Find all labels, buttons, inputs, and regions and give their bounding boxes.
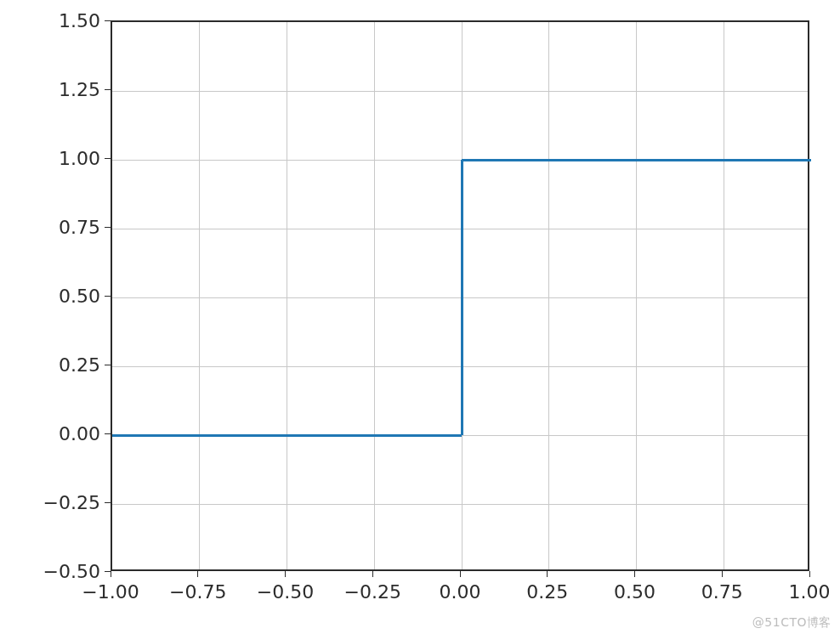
gridline-horizontal <box>112 91 808 92</box>
x-tick-label: 1.00 <box>789 581 831 603</box>
gridline-vertical <box>724 22 724 569</box>
x-tick <box>722 571 723 577</box>
x-tick <box>285 571 286 577</box>
x-tick-label: −0.75 <box>169 581 226 603</box>
y-tick-label: 1.50 <box>59 10 100 31</box>
chart-line-segment <box>461 160 463 435</box>
chart-line-segment <box>112 434 462 437</box>
x-tick <box>547 571 548 577</box>
gridline-vertical <box>636 22 637 569</box>
plot-area <box>111 20 809 571</box>
gridline-vertical <box>199 22 200 569</box>
y-tick-label: −0.50 <box>43 561 100 582</box>
chart-line-segment <box>462 159 811 161</box>
x-tick-label: 0.50 <box>614 581 656 603</box>
y-tick <box>105 227 111 228</box>
y-tick <box>105 158 111 159</box>
gridline-vertical <box>548 22 549 569</box>
gridline-vertical <box>287 22 287 569</box>
y-tick-label: −0.25 <box>43 492 100 513</box>
x-tick <box>460 571 461 577</box>
x-tick <box>809 571 810 577</box>
y-tick-label: 0.25 <box>59 354 100 376</box>
x-tick-label: −0.25 <box>344 581 401 603</box>
x-tick <box>197 571 198 577</box>
watermark-text: @51CTO博客 <box>752 615 831 631</box>
y-tick <box>105 571 111 572</box>
x-tick <box>111 571 111 577</box>
x-tick <box>372 571 373 577</box>
y-tick <box>105 296 111 297</box>
x-tick <box>634 571 635 577</box>
y-tick <box>105 365 111 365</box>
gridline-vertical <box>374 22 375 569</box>
y-tick <box>105 20 111 21</box>
y-tick-label: 1.00 <box>59 148 100 169</box>
gridline-horizontal <box>112 504 808 505</box>
y-tick <box>105 502 111 503</box>
figure: @51CTO博客 −1.00−0.75−0.50−0.250.000.250.5… <box>0 0 840 634</box>
y-tick-label: 1.25 <box>59 79 100 100</box>
x-tick-label: −0.50 <box>257 581 314 603</box>
y-tick-label: 0.75 <box>59 217 100 238</box>
x-tick-label: 0.25 <box>526 581 568 603</box>
x-tick-label: 0.75 <box>701 581 743 603</box>
y-tick <box>105 89 111 90</box>
x-tick-label: 0.00 <box>440 581 481 603</box>
y-tick-label: 0.50 <box>59 286 100 307</box>
y-tick <box>105 433 111 434</box>
x-tick-label: −1.00 <box>82 581 139 603</box>
y-tick-label: 0.00 <box>59 423 100 444</box>
